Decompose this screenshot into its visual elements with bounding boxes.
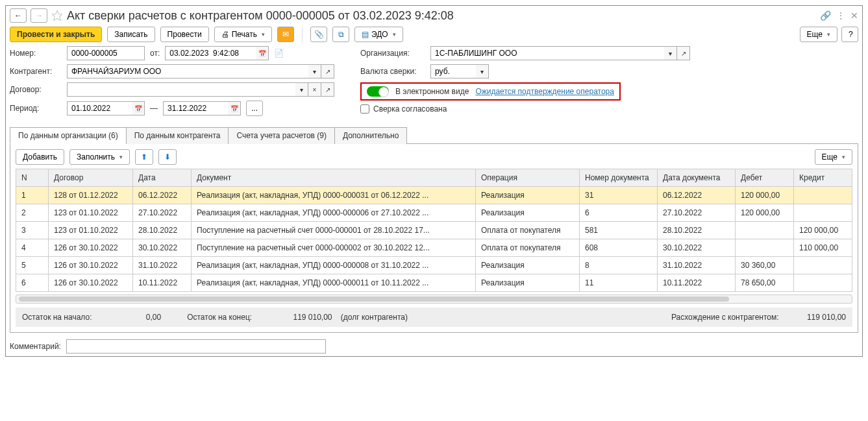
pending-confirmation-link[interactable]: Ожидается подтверждение оператора [475, 87, 614, 96]
write-button[interactable]: Записать [107, 27, 155, 42]
electronic-toggle[interactable] [367, 86, 389, 97]
link-icon[interactable]: 🔗 [820, 10, 831, 21]
col-header-debit[interactable]: Дебет [736, 169, 794, 187]
nav-back-button[interactable]: ← [10, 8, 27, 23]
pane-more-button[interactable]: Еще [815, 149, 852, 165]
period-from-input[interactable] [67, 101, 132, 115]
chevron-down-icon[interactable]: ▾ [308, 64, 321, 78]
period-dash: — [150, 104, 158, 113]
cell-contract: 126 от 30.10.2022 [49, 257, 133, 274]
col-header-date[interactable]: Дата [133, 169, 192, 187]
cell-n: 3 [16, 222, 49, 239]
cell-debit: 120 000,00 [736, 204, 794, 222]
related-button[interactable]: ⧉ [332, 27, 349, 42]
table-row[interactable]: 3123 от 01.10.202228.10.2022Поступление … [16, 222, 852, 239]
chevron-down-icon[interactable]: ▾ [664, 46, 677, 60]
number-input[interactable] [67, 46, 145, 60]
col-header-doc-no[interactable]: Номер документа [580, 169, 658, 187]
doc-status-icon[interactable]: 📄 [274, 49, 284, 58]
table-row[interactable]: 2123 от 01.10.202227.10.2022Реализация (… [16, 204, 852, 222]
col-header-n[interactable]: N [16, 169, 49, 187]
print-button[interactable]: 🖨Печать [214, 27, 272, 42]
chevron-down-icon[interactable]: ▾ [295, 82, 308, 97]
calendar-icon[interactable]: 📅 [256, 46, 269, 60]
cell-doc-date: 10.11.2022 [658, 274, 736, 292]
col-header-document[interactable]: Документ [192, 169, 476, 187]
electronic-label: В электронном виде [395, 87, 469, 96]
open-icon[interactable]: ↗ [677, 46, 690, 60]
table-row[interactable]: 1128 от 01.12.202206.12.2022Реализация (… [16, 187, 852, 204]
fill-button[interactable]: Заполнить [69, 149, 130, 165]
horizontal-scrollbar[interactable] [16, 295, 852, 304]
col-header-doc-date[interactable]: Дата документа [658, 169, 736, 187]
discrepancy-value: 119 010,00 [807, 313, 846, 322]
period-select-button[interactable]: ... [246, 101, 263, 116]
cell-date: 10.11.2022 [133, 274, 192, 292]
tab-counterparty-data[interactable]: По данным контрагента [126, 127, 229, 144]
envelope-icon: ✉ [282, 30, 289, 39]
close-icon[interactable]: ✕ [850, 10, 858, 21]
col-header-operation[interactable]: Операция [476, 169, 580, 187]
cell-credit [794, 187, 852, 204]
cell-credit: 110 000,00 [794, 239, 852, 257]
printer-icon: 🖨 [221, 30, 229, 39]
end-balance-label: Остаток на конец: [187, 313, 252, 322]
calendar-icon[interactable]: 📅 [228, 101, 241, 115]
agreed-checkbox[interactable]: Сверка согласована [360, 104, 447, 114]
edo-button[interactable]: ▤ЭДО [354, 27, 403, 42]
date-input[interactable] [165, 46, 256, 60]
tab-additional[interactable]: Дополнительно [334, 127, 407, 144]
counterparty-input[interactable] [67, 64, 308, 78]
kebab-menu-icon[interactable]: ⋮ [836, 10, 845, 21]
col-header-contract[interactable]: Договор [49, 169, 133, 187]
move-up-button[interactable]: ⬆ [135, 149, 153, 165]
cell-credit [794, 204, 852, 222]
from-label: от: [150, 49, 160, 58]
help-button[interactable]: ? [841, 27, 858, 42]
post-button[interactable]: Провести [160, 27, 209, 42]
comment-input[interactable] [66, 339, 326, 354]
cell-contract: 126 от 30.10.2022 [49, 274, 133, 292]
contract-input[interactable] [67, 82, 295, 97]
calendar-icon[interactable]: 📅 [132, 101, 145, 115]
tab-organization-data[interactable]: По данным организации (6) [10, 127, 127, 144]
currency-label: Валюта сверки: [360, 67, 425, 76]
cell-document: Реализация (акт, накладная, УПД) 0000-00… [192, 274, 476, 292]
favorite-star-icon[interactable] [51, 10, 63, 21]
more-button[interactable]: Еще [800, 27, 837, 42]
cell-operation: Оплата от покупателя [476, 239, 580, 257]
clear-icon[interactable]: × [308, 82, 321, 97]
period-to-input[interactable] [163, 101, 228, 115]
chevron-down-icon[interactable]: ▾ [476, 64, 489, 78]
table-row[interactable]: 6126 от 30.10.202210.11.2022Реализация (… [16, 274, 852, 292]
agreed-checkbox-input[interactable] [360, 104, 369, 114]
open-icon[interactable]: ↗ [321, 82, 334, 97]
table-row[interactable]: 4126 от 30.10.202230.10.2022Поступление … [16, 239, 852, 257]
email-button[interactable]: ✉ [277, 27, 294, 42]
cell-operation: Реализация [476, 204, 580, 222]
cell-date: 06.12.2022 [133, 187, 192, 204]
cell-contract: 126 от 30.10.2022 [49, 239, 133, 257]
post-and-close-button[interactable]: Провести и закрыть [10, 27, 102, 42]
cell-n: 5 [16, 257, 49, 274]
organization-label: Организация: [360, 49, 425, 58]
col-header-credit[interactable]: Кредит [794, 169, 852, 187]
end-balance-value: 119 010,00 [293, 313, 332, 322]
add-button[interactable]: Добавить [16, 149, 64, 165]
tab-accounts[interactable]: Счета учета расчетов (9) [228, 127, 334, 144]
cell-n: 1 [16, 187, 49, 204]
currency-input[interactable] [430, 64, 476, 78]
cell-doc-date: 27.10.2022 [658, 204, 736, 222]
cell-contract: 123 от 01.10.2022 [49, 204, 133, 222]
cell-debit: 120 000,00 [736, 187, 794, 204]
paperclip-icon: 📎 [314, 30, 324, 39]
related-icon: ⧉ [338, 30, 344, 39]
comment-label: Комментарий: [10, 342, 61, 351]
organization-input[interactable] [430, 46, 664, 60]
move-down-button[interactable]: ⬇ [158, 149, 177, 165]
open-icon[interactable]: ↗ [321, 64, 334, 78]
cell-doc-no: 11 [580, 274, 658, 292]
nav-forward-button[interactable]: → [31, 8, 47, 23]
table-row[interactable]: 5126 от 30.10.202231.10.2022Реализация (… [16, 257, 852, 274]
attach-button[interactable]: 📎 [310, 27, 327, 42]
